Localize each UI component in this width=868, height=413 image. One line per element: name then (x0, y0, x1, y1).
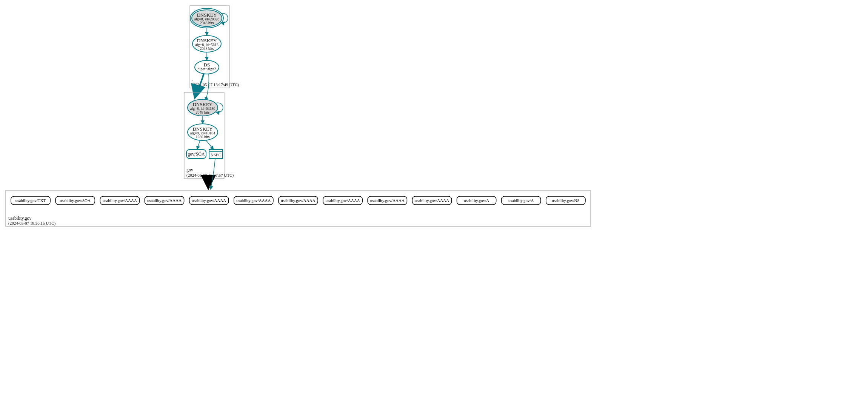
leaf-label: usability.gov/AAAA (192, 198, 226, 203)
leaf-label: usability.gov/AAAA (147, 198, 182, 203)
svg-text:usability.gov: usability.gov (8, 216, 32, 221)
leaf-label: usability.gov/AAAA (103, 198, 137, 203)
leaf-label: usability.gov/TXT (15, 198, 46, 203)
svg-text:2048 bits: 2048 bits (196, 110, 210, 114)
leaf-label: usability.gov/AAAA (415, 198, 449, 203)
leaf-label: usability.gov/SOA (60, 198, 91, 203)
leaf-label: usability.gov/AAAA (236, 198, 271, 203)
leaf-label: usability.gov/AAAA (326, 198, 360, 203)
dnssec-diagram: DNSKEY alg=8, id=20326 2048 bits DNSKEY … (4, 4, 593, 283)
leaf-nodes: usability.gov/TXTusability.gov/SOAusabil… (11, 196, 585, 205)
svg-text:gov: gov (186, 167, 193, 173)
svg-text:2048 bits: 2048 bits (200, 46, 214, 51)
svg-text:gov/SOA: gov/SOA (188, 151, 205, 157)
svg-text:1280 bits: 1280 bits (196, 135, 210, 139)
svg-text:NSEC: NSEC (211, 153, 221, 157)
leaf-label: usability.gov/AAAA (281, 198, 315, 203)
svg-text:2048 bits: 2048 bits (200, 21, 214, 25)
svg-text:digest alg=2: digest alg=2 (197, 67, 216, 71)
leaf-label: usability.gov/NS (552, 198, 580, 203)
leaf-label: usability.gov/A (508, 198, 534, 203)
svg-text:.: . (192, 77, 193, 82)
leaf-label: usability.gov/AAAA (370, 198, 405, 203)
svg-text:(2024-05-07 16:37:57 UTC): (2024-05-07 16:37:57 UTC) (186, 173, 234, 178)
leaf-label: usability.gov/A (464, 198, 489, 203)
svg-text:(2024-05-07 18:36:15 UTC): (2024-05-07 18:36:15 UTC) (8, 221, 56, 226)
